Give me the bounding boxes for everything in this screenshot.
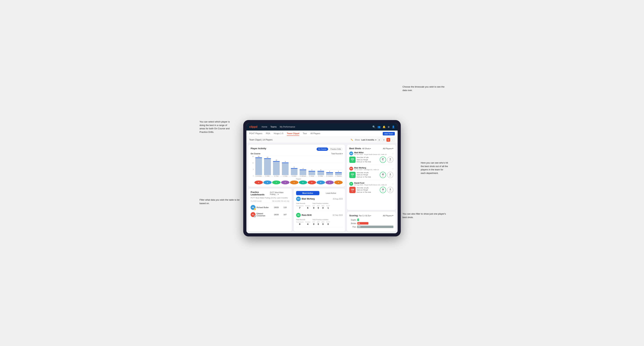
bar-highlight-8	[326, 172, 333, 173]
scoring-pars-row: Pars 499	[349, 226, 394, 228]
list-view-btn[interactable]: ☰	[382, 138, 386, 142]
rounds-label-1: Total Rounds	[296, 202, 310, 204]
shot-player-meta-1: 09 Jun 2023 · Royal North Devon GC, Hole…	[354, 154, 392, 155]
tab-pga[interactable]: PGA	[266, 132, 270, 136]
timescale-arrow[interactable]: ▾	[376, 139, 376, 141]
shot-chevron-2[interactable]: ›	[392, 167, 394, 170]
best-shots-card: Best Shots All Shots ▾ All Players ▾	[347, 145, 396, 210]
scoring-filter-2[interactable]: All Players ▾	[383, 214, 394, 217]
tab-all-players[interactable]: All Players	[310, 132, 320, 136]
tab-team-clippd[interactable]: Team Clippd	[287, 132, 299, 136]
tab-least-active[interactable]: Least Active	[320, 191, 343, 195]
grid-view-btn[interactable]: ⊞	[377, 138, 381, 142]
col-pb-score: PB SCORE	[272, 200, 281, 202]
active-stats-2: Total Rounds Tournament 8 Practice	[296, 219, 343, 225]
bar-val-9: 2	[338, 171, 339, 172]
stat-group-rounds-2: Total Rounds Tournament 8 Practice	[296, 219, 310, 225]
practice-title: Practice Leaderboards	[250, 191, 270, 196]
col-player-name: PLAYER NAME	[250, 200, 272, 202]
more-view-btn[interactable]: ↕	[391, 138, 395, 142]
shot-avatar-2: BM	[349, 167, 353, 171]
tab-pgat-players[interactable]: PGAT Players	[249, 132, 262, 136]
on-course-toggle[interactable]: On Course	[316, 148, 328, 151]
practice-dropdown[interactable]: PUTT Must Make Putting ... ▾	[270, 191, 289, 195]
shot-player-name-2: Blair McHarg	[354, 167, 392, 169]
bar-highlight-4	[291, 168, 298, 169]
annotation-bot-right: You can also filter to show just one pla…	[402, 212, 448, 219]
player-activity-title: Player Activity	[250, 147, 266, 150]
bar-val-5: 4	[302, 168, 303, 169]
active-avatar-1: BM	[296, 197, 301, 201]
bar-val-8: 2	[329, 171, 330, 172]
active-player-1: BM Blair McHarg 26 Aug 2023 Total Rounds	[296, 197, 343, 211]
bar-highlight-1	[264, 158, 271, 159]
bar-val-7: 3	[320, 169, 321, 171]
tab-most-active[interactable]: Most Active	[296, 191, 320, 195]
bar-val-0: 13	[258, 156, 259, 157]
timescale-dropdown[interactable]: Last 3 months	[361, 139, 374, 141]
mini-avatar-7: M	[316, 180, 325, 184]
shot-desc-2: Shot Dist: 43 yds Start Lie: Rough End L…	[357, 172, 379, 178]
bar-val-4: 5	[294, 166, 294, 168]
nav-link-teams[interactable]: Teams	[270, 125, 276, 129]
pars-val: 499	[358, 226, 360, 228]
active-stats-1: Total Rounds Tournament 7 Practice	[296, 202, 343, 209]
tablet-screen: clippd Home Teams My Performance 🔍 👥 🔔 ⊕…	[246, 123, 398, 233]
bar-name-6: R. Butler	[310, 175, 314, 177]
shot-player-name-3: David Ford	[354, 182, 392, 184]
tab-tour[interactable]: Tour	[303, 132, 307, 136]
bar-name-9: L. Robertson	[335, 175, 342, 177]
stat-group-rounds-1: Total Rounds Tournament 7 Practice	[296, 202, 310, 209]
shot-chevron-3[interactable]: ›	[392, 182, 394, 185]
pars-label: Pars	[349, 226, 356, 228]
shot-chevron-1[interactable]: ›	[392, 152, 394, 155]
all-shots-dropdown[interactable]: All Shots ▾	[362, 148, 371, 150]
bar-group-0: 13B. McHarg	[254, 156, 263, 177]
y-tick-10: 10	[252, 162, 254, 164]
edit-team-icon[interactable]: ✏️	[351, 139, 353, 141]
scoring-eagles-row: Eagles 3	[349, 219, 394, 221]
search-icon[interactable]: 🔍	[372, 126, 376, 128]
scoring-filter-1[interactable]: Par 3, 4 & 5s ▾	[359, 215, 371, 217]
chart-view-btn[interactable]: ♥	[386, 138, 390, 142]
shot-player-name-1: Matt Miller	[354, 152, 392, 154]
practice-drills-toggle[interactable]: Practice Drills	[329, 148, 343, 151]
tpa-label-1: Total Practice Activities	[312, 202, 330, 204]
bar-highlight-7	[318, 171, 324, 172]
active-player-header-1: BM Blair McHarg 26 Aug 2023	[296, 197, 343, 201]
shot-zero-circle-3: 0 yds	[387, 187, 394, 193]
nav-link-myperformance[interactable]: My Performance	[280, 125, 295, 129]
mini-avatar-5: B	[299, 180, 307, 184]
chart-subheader: On Course Total Rounds ▾	[250, 153, 343, 155]
rank-badge-1: 1	[254, 208, 256, 210]
eagles-val: 3	[358, 219, 359, 221]
bar-group-7: 3M. Miller	[316, 156, 325, 177]
total-rounds-dropdown[interactable]: Total Rounds ▾	[331, 153, 343, 155]
bar-highlight-0	[255, 158, 262, 158]
birdies-val: 96	[358, 222, 360, 224]
add-team-button[interactable]: Add Team	[383, 132, 395, 135]
bar-name-2: D. Ford	[274, 175, 278, 177]
annotation-mid-right: Here you can see who's hit the best shot…	[421, 161, 448, 175]
profile-icon[interactable]: 👤	[392, 126, 395, 128]
annotation-top-left: You can select which player is doing the…	[200, 120, 230, 134]
users-icon[interactable]: 👥	[378, 126, 380, 128]
bar-group-1: 12R. Britt	[264, 156, 272, 177]
active-date-1: 26 Aug 2023	[333, 198, 343, 200]
settings-icon[interactable]: ⊕	[388, 126, 390, 128]
activity-toggle-group: On Course Practice Drills	[316, 148, 343, 151]
activity-header: Player Activity On Course Practice Drill…	[250, 147, 343, 151]
active-name-2: Rees Britt	[302, 214, 332, 216]
shot-desc-1: Shot Dist: 67 yds Start Lie: Rough End L…	[357, 156, 379, 163]
bell-icon[interactable]: 🔔	[382, 126, 386, 128]
tab-hcaps[interactable]: Hcaps 1-5	[274, 132, 283, 136]
rounds-label-2: Total Rounds	[296, 219, 310, 220]
scoring-title: Scoring	[349, 214, 358, 217]
all-players-dropdown[interactable]: All Players ▾	[383, 147, 394, 150]
top-nav: clippd Home Teams My Performance 🔍 👥 🔔 ⊕…	[246, 123, 398, 131]
best-shots-header: Best Shots All Shots ▾ All Players ▾	[349, 147, 394, 150]
y-tick-0: 0	[253, 175, 254, 177]
nav-link-home[interactable]: Home	[262, 125, 267, 129]
shot-details-3: 198 SG Shot Dist: 16 yds Start Lie: Roug…	[349, 187, 394, 193]
eagles-label: Eagles	[349, 219, 356, 221]
